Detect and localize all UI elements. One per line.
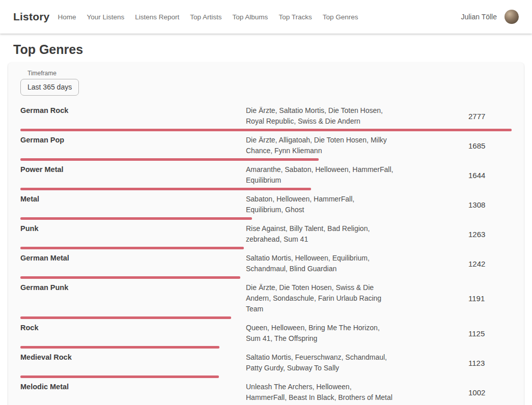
genre-name: Rock xyxy=(20,323,246,333)
genre-artists: Queen, Helloween, Bring Me The Horizon, … xyxy=(246,323,394,344)
genre-name: Metal xyxy=(20,194,246,205)
genre-bar xyxy=(20,188,311,190)
timeframe-select[interactable]: Last 365 days xyxy=(20,79,79,96)
genre-row-main: Medieval Rock Saltatio Mortis, Feuerschw… xyxy=(20,352,512,373)
genre-count: 1242 xyxy=(468,259,512,268)
genre-count: 1191 xyxy=(468,294,512,303)
genre-row-main: German Punk Die Ärzte, Die Toten Hosen, … xyxy=(20,282,512,314)
user-menu[interactable]: Julian Tölle xyxy=(461,10,519,24)
genre-list: German Rock Die Ärzte, Saltatio Mortis, … xyxy=(20,104,512,405)
app-logo[interactable]: Listory xyxy=(13,11,49,23)
genre-row: Punk Rise Against, Billy Talent, Bad Rel… xyxy=(20,222,512,249)
nav-item-top-tracks[interactable]: Top Tracks xyxy=(278,13,312,21)
genre-row-main: Power Metal Amaranthe, Sabaton, Hellowee… xyxy=(20,164,512,186)
genre-row: Melodic Metal Unleash The Archers, Hello… xyxy=(20,381,512,405)
genre-artists: Rise Against, Billy Talent, Bad Religion… xyxy=(246,223,394,245)
genre-count: 1685 xyxy=(468,141,512,150)
genre-row-main: Rock Queen, Helloween, Bring Me The Hori… xyxy=(20,323,512,344)
genre-row-main: Melodic Metal Unleash The Archers, Hello… xyxy=(20,382,512,403)
genre-name: Medieval Rock xyxy=(20,352,246,363)
genre-name: German Rock xyxy=(20,105,246,116)
nav-item-top-genres[interactable]: Top Genres xyxy=(323,13,358,21)
genre-bar xyxy=(20,346,219,349)
genre-row: German Pop Die Ärzte, Alligatoah, Die To… xyxy=(20,134,512,161)
genre-row: German Metal Saltatio Mortis, Helloween,… xyxy=(20,252,512,279)
top-nav: Listory Home Your Listens Listens Report… xyxy=(0,0,532,34)
nav-links: Home Your Listens Listens Report Top Art… xyxy=(58,13,461,21)
genre-bar xyxy=(20,217,252,220)
genre-artists: Unleash The Archers, Helloween, HammerFa… xyxy=(246,382,394,403)
genre-artists: Saltatio Mortis, Helloween, Equilibrium,… xyxy=(246,253,394,274)
genre-row-main: Punk Rise Against, Billy Talent, Bad Rel… xyxy=(20,223,512,245)
genre-artists: Sabaton, Helloween, HammerFall, Equilibr… xyxy=(246,194,394,215)
genre-row: Medieval Rock Saltatio Mortis, Feuerschw… xyxy=(20,351,512,378)
nav-item-listens-report[interactable]: Listens Report xyxy=(135,13,179,21)
genre-artists: Amaranthe, Sabaton, Helloween, HammerFal… xyxy=(246,164,394,186)
genre-row: German Rock Die Ärzte, Saltatio Mortis, … xyxy=(20,104,512,131)
genre-row-main: German Rock Die Ärzte, Saltatio Mortis, … xyxy=(20,105,512,127)
genre-count: 1644 xyxy=(468,171,512,180)
genre-row: German Punk Die Ärzte, Die Toten Hosen, … xyxy=(20,281,512,319)
genre-count: 1308 xyxy=(468,200,512,209)
timeframe-label: Timeframe xyxy=(27,70,512,77)
genre-count: 1123 xyxy=(468,359,512,367)
genre-name: German Metal xyxy=(20,253,246,264)
genre-row-main: German Metal Saltatio Mortis, Helloween,… xyxy=(20,253,512,274)
genre-count: 1125 xyxy=(468,329,512,338)
genre-row: Rock Queen, Helloween, Bring Me The Hori… xyxy=(20,322,512,349)
genre-bar xyxy=(20,276,240,279)
genre-bar xyxy=(20,247,244,249)
genre-name: Power Metal xyxy=(20,164,246,175)
genre-name: German Pop xyxy=(20,135,246,146)
genre-name: Punk xyxy=(20,223,246,234)
genre-count: 1002 xyxy=(468,388,512,397)
genre-count: 2777 xyxy=(468,112,512,121)
genre-name: German Punk xyxy=(20,282,246,293)
genre-artists: Die Ärzte, Alligatoah, Die Toten Hosen, … xyxy=(246,135,394,156)
nav-item-top-artists[interactable]: Top Artists xyxy=(190,13,221,21)
user-name[interactable]: Julian Tölle xyxy=(461,13,497,21)
genre-row-main: German Pop Die Ärzte, Alligatoah, Die To… xyxy=(20,135,512,156)
nav-item-home[interactable]: Home xyxy=(58,13,76,21)
genre-row: Metal Sabaton, Helloween, HammerFall, Eq… xyxy=(20,193,512,220)
genre-name: Melodic Metal xyxy=(20,382,246,392)
page-title: Top Genres xyxy=(13,42,519,57)
genre-bar xyxy=(20,129,512,131)
genre-row: Power Metal Amaranthe, Sabaton, Hellowee… xyxy=(20,163,512,190)
genre-artists: Die Ärzte, Saltatio Mortis, Die Toten Ho… xyxy=(246,105,394,127)
top-genres-panel: Timeframe Last 365 days German Rock Die … xyxy=(8,63,524,405)
genre-bar xyxy=(20,316,231,319)
genre-artists: Saltatio Mortis, Feuerschwanz, Schandmau… xyxy=(246,352,394,373)
nav-item-your-listens[interactable]: Your Listens xyxy=(87,13,124,21)
genre-artists: Die Ärzte, Die Toten Hosen, Swiss & Die … xyxy=(246,282,394,314)
genre-count: 1263 xyxy=(468,230,512,239)
nav-item-top-albums[interactable]: Top Albums xyxy=(233,13,268,21)
genre-row-main: Metal Sabaton, Helloween, HammerFall, Eq… xyxy=(20,194,512,215)
genre-bar xyxy=(20,158,319,161)
user-avatar[interactable] xyxy=(505,10,519,24)
genre-bar xyxy=(20,375,219,378)
